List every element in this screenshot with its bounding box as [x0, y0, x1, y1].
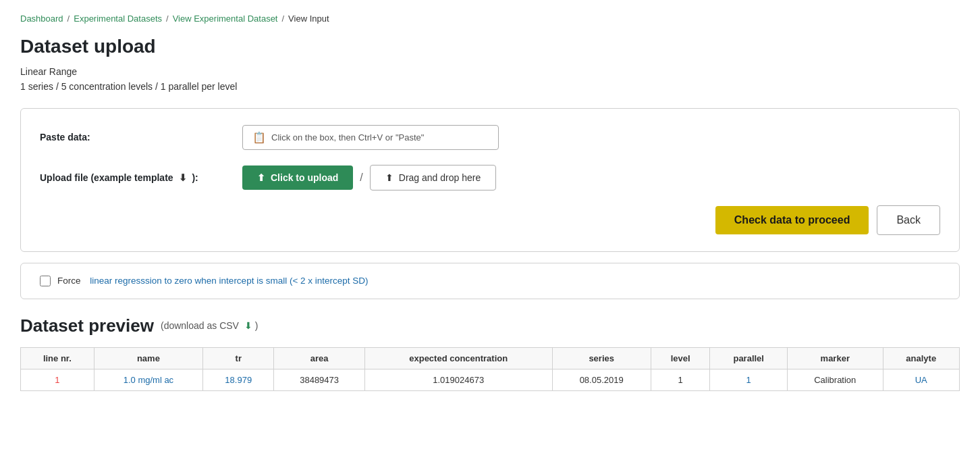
upload-label: Upload file (example template ⬇ ):	[40, 172, 242, 183]
breadcrumb-sep-3: /	[281, 14, 284, 24]
col-level: level	[651, 347, 710, 369]
col-area: area	[274, 347, 365, 369]
upload-file-row: Upload file (example template ⬇ ): ⬆ Cli…	[40, 165, 940, 190]
cell-expected-concentration: 1.019024673	[364, 369, 552, 390]
paste-placeholder-text: Click on the box, then Ctrl+V or "Paste"	[271, 132, 424, 143]
breadcrumb-sep-1: /	[67, 14, 70, 24]
col-line-nr: line nr.	[21, 347, 94, 369]
cell-analyte: UA	[883, 369, 959, 390]
cell-marker: Calibration	[787, 369, 883, 390]
cell-name: 1.0 mg/ml ac	[94, 369, 202, 390]
col-analyte: analyte	[883, 347, 959, 369]
csv-link-text: (download as CSV	[161, 320, 239, 331]
upload-sep-slash: /	[360, 172, 362, 184]
upload-buttons-row: ⬆ Click to upload / ⬆ Drag and drop here	[242, 165, 496, 190]
breadcrumb-current: View Input	[288, 14, 329, 24]
dataset-info-line2: 1 series / 5 concentration levels / 1 pa…	[20, 79, 960, 94]
col-name: name	[94, 347, 202, 369]
upload-label-suffix: ):	[192, 172, 198, 183]
dataset-info: Linear Range 1 series / 5 concentration …	[20, 64, 960, 95]
cell-level: 1	[651, 369, 710, 390]
cell-parallel: 1	[710, 369, 788, 390]
preview-title-text: Dataset preview	[20, 315, 154, 336]
regression-card: Force linear regresssion to zero when in…	[20, 263, 960, 299]
col-tr: tr	[203, 347, 274, 369]
download-csv-icon[interactable]: ⬇	[244, 320, 252, 331]
page-title: Dataset upload	[20, 36, 960, 57]
col-parallel: parallel	[710, 347, 788, 369]
drag-button-label: Drag and drop here	[399, 172, 481, 183]
upload-icon: ⬆	[257, 172, 265, 183]
download-template-icon[interactable]: ⬇	[179, 172, 187, 183]
csv-close-paren: )	[255, 320, 258, 331]
breadcrumb-dashboard[interactable]: Dashboard	[20, 14, 63, 24]
breadcrumb: Dashboard / Experimental Datasets / View…	[20, 14, 960, 24]
dataset-info-line1: Linear Range	[20, 64, 960, 79]
paste-data-row: Paste data: 📋 Click on the box, then Ctr…	[40, 125, 940, 150]
force-text-prefix: Force	[57, 276, 83, 286]
action-buttons-row: Check data to proceed Back	[40, 205, 940, 235]
upload-label-text: Upload file (example template	[40, 172, 173, 183]
regression-checkbox[interactable]	[40, 276, 51, 286]
table-body: 1 1.0 mg/ml ac 18.979 38489473 1.0190246…	[21, 369, 960, 390]
cell-area: 38489473	[274, 369, 365, 390]
csv-link-container: (download as CSV ⬇ )	[161, 320, 258, 331]
preview-table: line nr. name tr area expected concentra…	[20, 347, 960, 391]
breadcrumb-view-dataset[interactable]: View Experimental Dataset	[173, 14, 278, 24]
dataset-preview-section: Dataset preview (download as CSV ⬇ ) lin…	[20, 315, 960, 391]
back-button[interactable]: Back	[877, 205, 940, 235]
col-series: series	[552, 347, 651, 369]
paste-icon: 📋	[252, 131, 266, 144]
upload-card: Paste data: 📋 Click on the box, then Ctr…	[20, 108, 960, 252]
upload-button-label: Click to upload	[271, 172, 338, 183]
col-marker: marker	[787, 347, 883, 369]
table-head: line nr. name tr area expected concentra…	[21, 347, 960, 369]
click-to-upload-button[interactable]: ⬆ Click to upload	[242, 165, 353, 190]
drag-icon: ⬆	[385, 172, 393, 183]
preview-title: Dataset preview (download as CSV ⬇ )	[20, 315, 960, 336]
table-header-row: line nr. name tr area expected concentra…	[21, 347, 960, 369]
breadcrumb-experimental-datasets[interactable]: Experimental Datasets	[74, 14, 162, 24]
col-expected-concentration: expected concentration	[364, 347, 552, 369]
cell-tr: 18.979	[203, 369, 274, 390]
breadcrumb-sep-2: /	[166, 14, 169, 24]
cell-series: 08.05.2019	[552, 369, 651, 390]
table-row: 1 1.0 mg/ml ac 18.979 38489473 1.0190246…	[21, 369, 960, 390]
cell-line-nr: 1	[21, 369, 94, 390]
force-text-highlight: linear regresssion to zero when intercep…	[90, 276, 368, 286]
regression-label[interactable]: Force linear regresssion to zero when in…	[40, 276, 369, 286]
drag-drop-button[interactable]: ⬆ Drag and drop here	[370, 165, 496, 190]
paste-box[interactable]: 📋 Click on the box, then Ctrl+V or "Past…	[242, 125, 499, 150]
paste-label: Paste data:	[40, 132, 242, 143]
check-data-button[interactable]: Check data to proceed	[715, 206, 869, 234]
